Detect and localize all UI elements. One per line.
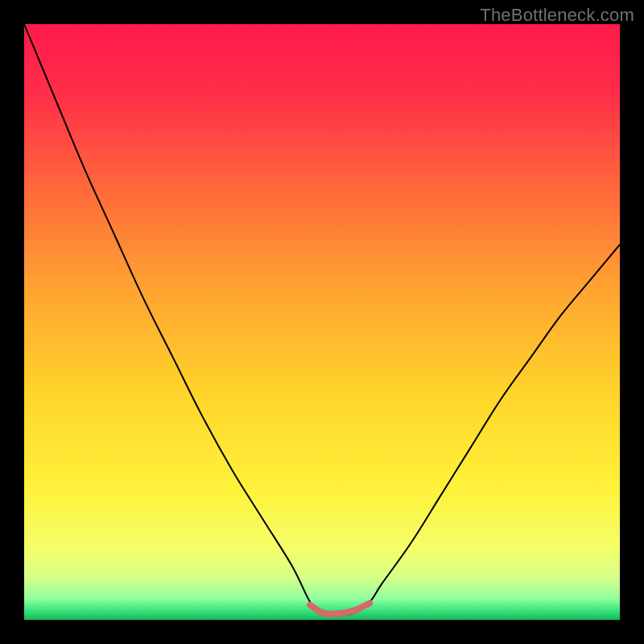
chart-svg [24,24,620,620]
watermark-label: TheBottleneck.com [480,5,634,26]
gradient-background [24,24,620,620]
chart-frame: TheBottleneck.com [0,0,644,644]
plot-area [24,24,620,620]
